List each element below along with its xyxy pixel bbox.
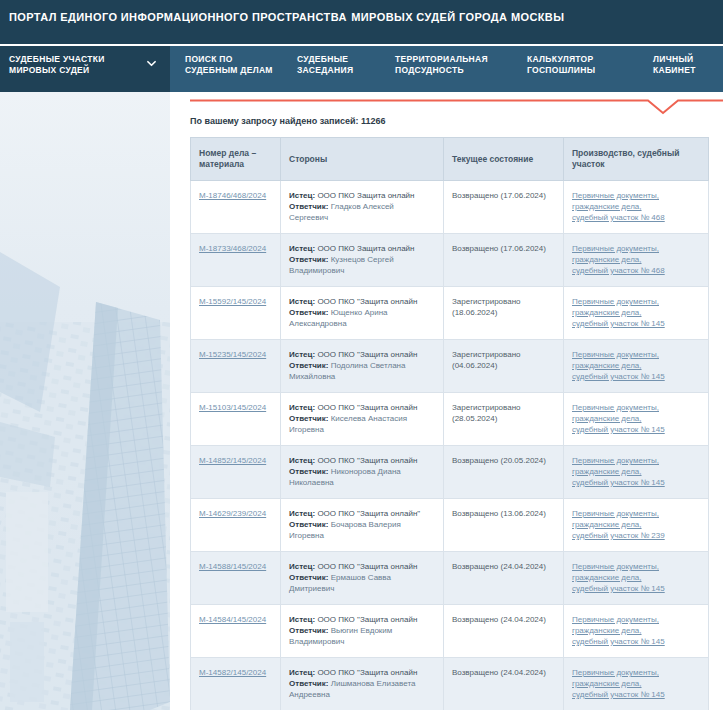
status-cell: Возвращено (17.06.2024) bbox=[444, 234, 564, 287]
nav-item-fee-calculator[interactable]: КАЛЬКУЛЯТОР ГОСПОШЛИНЫ bbox=[527, 54, 595, 76]
plaintiff-name: ООО ПКО "Защита онлайн bbox=[317, 668, 417, 677]
production-link-line1[interactable]: Первичные документы, bbox=[572, 296, 700, 307]
status-text: Возвращено (17.06.2024) bbox=[452, 243, 555, 254]
nav-item-case-search[interactable]: ПОИСК ПО СУДЕБНЫМ ДЕЛАМ bbox=[185, 54, 273, 76]
status-cell: Зарегистрировано (18.06.2024) bbox=[444, 287, 564, 340]
production-link-line3[interactable]: судебный участок № 468 bbox=[572, 265, 700, 276]
nav-item-court-sessions[interactable]: СУДЕБНЫЕ ЗАСЕДАНИЯ bbox=[297, 54, 353, 76]
plaintiff-name: ООО ПКО Защита онлайн bbox=[317, 244, 414, 253]
status-text: Возвращено (24.04.2024) bbox=[452, 614, 555, 625]
parties-cell: Истец: ООО ПКО "Защита онлайн Ответчик: … bbox=[281, 287, 444, 340]
production-link-line2[interactable]: гражданские дела, bbox=[572, 254, 700, 265]
defendant-label: Ответчик: bbox=[289, 255, 328, 264]
status-text: Зарегистрировано bbox=[452, 402, 555, 413]
case-number-link[interactable]: М-14629/239/2024 bbox=[199, 509, 266, 518]
nav-label: МИРОВЫХ СУДЕЙ bbox=[9, 65, 160, 76]
production-link-line2[interactable]: гражданские дела, bbox=[572, 678, 700, 689]
production-link-line2[interactable]: гражданские дела, bbox=[572, 466, 700, 477]
production-link-line2[interactable]: гражданские дела, bbox=[572, 201, 700, 212]
parties-cell: Истец: ООО ПКО "Защита онлайн Ответчик: … bbox=[281, 393, 444, 446]
portal-page: ПОРТАЛ ЕДИНОГО ИНФОРМАЦИОННОГО ПРОСТРАНС… bbox=[0, 0, 723, 710]
production-link-line1[interactable]: Первичные документы, bbox=[572, 190, 700, 201]
nav-item-personal-cabinet[interactable]: ЛИЧНЫЙ КАБИНЕТ bbox=[653, 54, 696, 76]
production-link-line2[interactable]: гражданские дела, bbox=[572, 307, 700, 318]
results-panel: По вашему запросу найдено записей: 11266… bbox=[170, 92, 723, 710]
defendant-label: Ответчик: bbox=[289, 520, 328, 529]
production-link-line3[interactable]: судебный участок № 145 bbox=[572, 371, 700, 382]
case-number-cell: М-18733/468/2024 bbox=[191, 234, 281, 287]
production-link-line3[interactable]: судебный участок № 145 bbox=[572, 636, 700, 647]
cases-table: Номер дела – материала Стороны Текущее с… bbox=[190, 137, 709, 710]
column-header-parties: Стороны bbox=[281, 138, 444, 181]
production-link-line1[interactable]: Первичные документы, bbox=[572, 349, 700, 360]
plaintiff-name: ООО ПКО "Защита онлайн bbox=[317, 403, 417, 412]
status-date: (04.06.2024) bbox=[452, 360, 555, 371]
column-header-status: Текущее состояние bbox=[444, 138, 564, 181]
parties-cell: Истец: ООО ПКО "Защита онлайн Ответчик: … bbox=[281, 605, 444, 658]
plaintiff-name: ООО ПКО "Защита онлайн bbox=[317, 456, 417, 465]
production-cell: Первичные документы, гражданские дела, с… bbox=[564, 340, 709, 393]
plaintiff-label: Истец: bbox=[289, 191, 315, 200]
case-number-link[interactable]: М-18746/468/2024 bbox=[199, 191, 266, 200]
status-cell: Возвращено (13.06.2024) bbox=[444, 499, 564, 552]
status-text: Возвращено (20.05.2024) bbox=[452, 455, 555, 466]
production-link-line1[interactable]: Первичные документы, bbox=[572, 614, 700, 625]
production-link-line3[interactable]: судебный участок № 145 bbox=[572, 424, 700, 435]
production-cell: Первичные документы, гражданские дела, с… bbox=[564, 287, 709, 340]
plaintiff-label: Истец: bbox=[289, 403, 315, 412]
status-text: Возвращено (24.04.2024) bbox=[452, 561, 555, 572]
case-number-link[interactable]: М-14588/145/2024 bbox=[199, 562, 266, 571]
production-link-line2[interactable]: гражданские дела, bbox=[572, 625, 700, 636]
nav-item-court-districts[interactable]: СУДЕБНЫЕ УЧАСТКИ МИРОВЫХ СУДЕЙ bbox=[0, 46, 170, 92]
plaintiff-label: Истец: bbox=[289, 297, 315, 306]
status-cell: Возвращено (24.04.2024) bbox=[444, 552, 564, 605]
plaintiff-label: Истец: bbox=[289, 509, 315, 518]
portal-title-line2: МИРОВЫХ СУДЕЙ ГОРОДА МОСКВЫ bbox=[351, 11, 564, 23]
production-link-line2[interactable]: гражданские дела, bbox=[572, 360, 700, 371]
nav-label: ПОИСК ПО bbox=[185, 54, 273, 65]
nav-label: КАБИНЕТ bbox=[653, 65, 696, 76]
production-cell: Первичные документы, гражданские дела, с… bbox=[564, 181, 709, 234]
production-link-line3[interactable]: судебный участок № 145 bbox=[572, 477, 700, 488]
parties-cell: Истец: ООО ПКО Защита онлайн Ответчик: Г… bbox=[281, 181, 444, 234]
defendant-label: Ответчик: bbox=[289, 308, 328, 317]
production-link-line3[interactable]: судебный участок № 239 bbox=[572, 530, 700, 541]
case-number-cell: М-14582/145/2024 bbox=[191, 658, 281, 710]
production-link-line1[interactable]: Первичные документы, bbox=[572, 402, 700, 413]
production-link-line2[interactable]: гражданские дела, bbox=[572, 572, 700, 583]
results-summary: По вашему запросу найдено записей: 11266 bbox=[190, 116, 386, 126]
production-link-line1[interactable]: Первичные документы, bbox=[572, 561, 700, 572]
status-text: Возвращено (24.04.2024) bbox=[452, 667, 555, 678]
nav-label: ПОДСУДНОСТЬ bbox=[395, 65, 488, 76]
main-navigation: СУДЕБНЫЕ УЧАСТКИ МИРОВЫХ СУДЕЙ ПОИСК ПО … bbox=[0, 46, 723, 92]
plaintiff-name: ООО ПКО "Защита онлайн bbox=[317, 297, 417, 306]
cases-table-header: Номер дела – материала Стороны Текущее с… bbox=[191, 138, 709, 181]
case-number-link[interactable]: М-14582/145/2024 bbox=[199, 668, 266, 677]
production-link-line3[interactable]: судебный участок № 145 bbox=[572, 689, 700, 700]
production-link-line2[interactable]: гражданские дела, bbox=[572, 519, 700, 530]
production-link-line1[interactable]: Первичные документы, bbox=[572, 508, 700, 519]
case-number-link[interactable]: М-18733/468/2024 bbox=[199, 244, 266, 253]
parties-cell: Истец: ООО ПКО "Защита онлайн Ответчик: … bbox=[281, 446, 444, 499]
defendant-label: Ответчик: bbox=[289, 467, 328, 476]
case-number-link[interactable]: М-15103/145/2024 bbox=[199, 403, 266, 412]
case-number-cell: М-15103/145/2024 bbox=[191, 393, 281, 446]
parties-cell: Истец: ООО ПКО "Защита онлайн Ответчик: … bbox=[281, 658, 444, 710]
site-header: ПОРТАЛ ЕДИНОГО ИНФОРМАЦИОННОГО ПРОСТРАНС… bbox=[0, 0, 723, 44]
production-link-line1[interactable]: Первичные документы, bbox=[572, 243, 700, 254]
case-number-link[interactable]: М-15592/145/2024 bbox=[199, 297, 266, 306]
production-link-line1[interactable]: Первичные документы, bbox=[572, 455, 700, 466]
case-number-link[interactable]: М-14584/145/2024 bbox=[199, 615, 266, 624]
production-link-line3[interactable]: судебный участок № 145 bbox=[572, 583, 700, 594]
column-header-case-number: Номер дела – материала bbox=[191, 138, 281, 181]
case-number-link[interactable]: М-15235/145/2024 bbox=[199, 350, 266, 359]
production-link-line3[interactable]: судебный участок № 145 bbox=[572, 318, 700, 329]
plaintiff-name: ООО ПКО "Защита онлайн bbox=[317, 562, 417, 571]
production-link-line3[interactable]: судебный участок № 468 bbox=[572, 212, 700, 223]
production-link-line2[interactable]: гражданские дела, bbox=[572, 413, 700, 424]
case-number-link[interactable]: М-14852/145/2024 bbox=[199, 456, 266, 465]
nav-item-territorial-jurisdiction[interactable]: ТЕРРИТОРИАЛЬНАЯ ПОДСУДНОСТЬ bbox=[395, 54, 488, 76]
production-link-line1[interactable]: Первичные документы, bbox=[572, 667, 700, 678]
case-number-cell: М-15235/145/2024 bbox=[191, 340, 281, 393]
table-row: М-14588/145/2024 Истец: ООО ПКО "Защита … bbox=[191, 552, 709, 605]
